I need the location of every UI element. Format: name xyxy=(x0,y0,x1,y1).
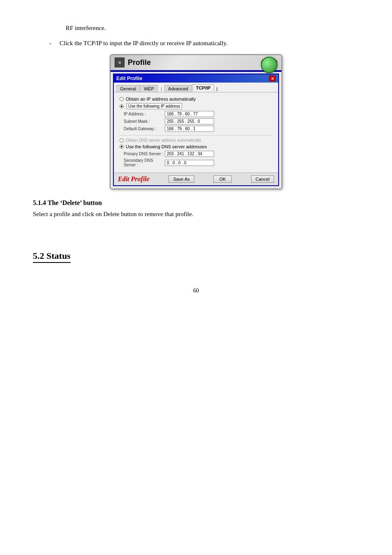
blue-accent-bar xyxy=(111,70,281,72)
secondary-dns-value[interactable]: 0 . 0 . 0 . 0 xyxy=(165,160,214,166)
section-514-heading: 5.1.4 The ‘Delete’ button xyxy=(33,199,359,207)
tab-general[interactable]: General xyxy=(116,85,140,92)
tab-end-separator: | xyxy=(214,85,219,92)
radio-manual-dns-row: Use the following DNS server addresses xyxy=(120,144,272,149)
bullet-dash: - xyxy=(49,40,51,47)
secondary-dns-row: Secondary DNS Server : 0 . 0 . 0 . 0 xyxy=(120,158,272,167)
radio-auto-dns-label: Obtain DNS server address automatically xyxy=(126,138,201,143)
dialog-body: Obtain an IP address automatically Use t… xyxy=(114,92,278,173)
radio-manual-dns[interactable] xyxy=(120,145,124,149)
ip-address-label: IP Address : xyxy=(124,112,165,116)
default-gateway-label: Default Gateway : xyxy=(124,127,165,131)
dialog-footer: Edit Profile Save As OK Cancel xyxy=(114,173,278,185)
dns-section: Obtain DNS server address automatically … xyxy=(120,135,272,167)
save-as-button[interactable]: Save As xyxy=(168,175,194,183)
radio-auto-ip-row: Obtain an IP address automatically xyxy=(120,97,272,101)
profile-app-title: Profile xyxy=(128,58,261,67)
rf-text: RF interference. xyxy=(66,25,359,32)
radio-auto-dns[interactable] xyxy=(120,138,124,143)
default-gateway-value[interactable]: 166 . 79 . 60 . 1 xyxy=(165,126,214,132)
section-514-body: Select a profile and click on Delete but… xyxy=(33,211,359,218)
radio-manual-ip-row: Use the following IP address xyxy=(120,103,272,109)
primary-dns-value[interactable]: 203 . 241 . 132 . 34 xyxy=(165,151,214,157)
subnet-mask-value[interactable]: 255 . 255 . 255 . 0 xyxy=(165,118,214,124)
tab-tcpip[interactable]: TCP/IP xyxy=(192,84,214,92)
tab-wep[interactable]: WEP xyxy=(140,85,158,92)
use-following-dns-label: Use the following DNS server addresses xyxy=(126,144,207,149)
profile-app-window: ⊞ Profile ✕ Edit Profile ✕ xyxy=(110,54,282,189)
page-content: RF interference. - Click the TCP/IP to i… xyxy=(33,25,359,294)
dialog-tabs: General WEP | Advanced TCP/IP | xyxy=(114,83,278,92)
radio-manual-ip[interactable] xyxy=(120,104,124,108)
default-gateway-row: Default Gateway : 166 . 79 . 60 . 1 xyxy=(120,126,272,132)
tab-advanced[interactable]: Advanced xyxy=(164,85,192,92)
section-52-heading: 5.2 Status xyxy=(33,251,71,263)
radio-auto-ip[interactable] xyxy=(120,97,124,101)
page-number: 60 xyxy=(33,288,359,294)
profile-titlebar: ⊞ Profile ✕ xyxy=(111,55,281,70)
ok-button[interactable]: OK xyxy=(213,175,232,183)
ip-address-value[interactable]: 166 . 79 . 60 . 77 xyxy=(165,111,214,117)
primary-dns-label: Primary DNS Server : xyxy=(124,152,165,156)
dialog-titlebar: Edit Profile ✕ xyxy=(114,74,278,83)
radio-auto-ip-label: Obtain an IP address automatically xyxy=(126,97,196,101)
secondary-dns-label: Secondary DNS Server : xyxy=(124,158,165,167)
green-circle-icon xyxy=(261,57,277,73)
subnet-mask-row: Subnet Mask : 255 . 255 . 255 . 0 xyxy=(120,118,272,124)
tab-separator: | xyxy=(158,85,164,92)
footer-edit-profile-label: Edit Profile xyxy=(118,175,150,183)
primary-dns-row: Primary DNS Server : 203 . 241 . 132 . 3… xyxy=(120,151,272,157)
subnet-mask-label: Subnet Mask : xyxy=(124,119,165,124)
section-514: 5.1.4 The ‘Delete’ button Select a profi… xyxy=(33,199,359,218)
profile-window-wrapper: ⊞ Profile ✕ Edit Profile ✕ xyxy=(110,54,282,189)
radio-auto-dns-row: Obtain DNS server address automatically xyxy=(120,138,272,143)
ip-address-row: IP Address : 166 . 79 . 60 . 77 xyxy=(120,111,272,117)
dialog-title: Edit Profile xyxy=(116,76,142,81)
edit-profile-dialog: Edit Profile ✕ General WEP | Advanced TC… xyxy=(113,74,279,186)
profile-app-icon: ⊞ xyxy=(115,58,125,67)
bullet-text: Click the TCP/IP to input the IP directl… xyxy=(60,40,228,47)
section-52: 5.2 Status xyxy=(33,230,359,263)
cancel-button[interactable]: Cancel xyxy=(251,175,274,183)
dialog-close-btn[interactable]: ✕ xyxy=(269,76,276,81)
use-following-ip-label: Use the following IP address xyxy=(127,103,182,109)
rf-interference-text: RF interference. xyxy=(66,25,106,31)
bullet-item: - Click the TCP/IP to input the IP direc… xyxy=(49,40,359,47)
